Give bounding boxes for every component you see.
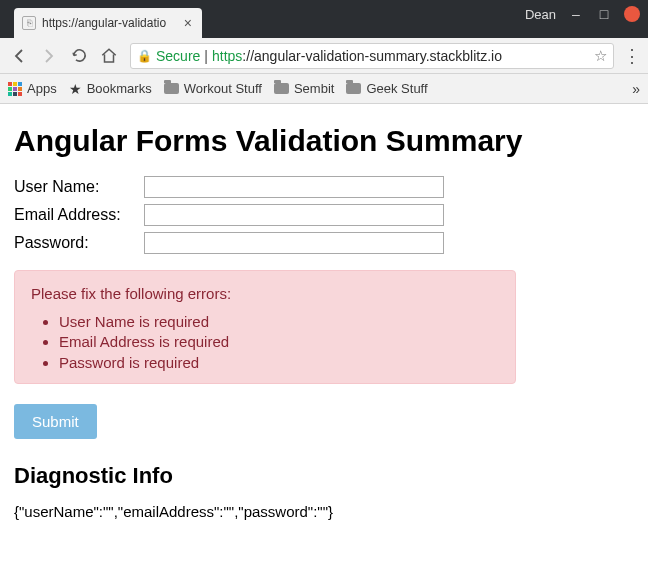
bookmark-star-icon[interactable]: ☆ — [594, 47, 607, 65]
close-tab-icon[interactable]: × — [182, 15, 194, 31]
bookmark-label: Geek Stuff — [366, 81, 427, 96]
bookmark-item-sembit[interactable]: Sembit — [274, 81, 334, 96]
star-icon: ★ — [69, 81, 82, 97]
bookmark-item-geek[interactable]: Geek Stuff — [346, 81, 427, 96]
profile-label: Dean — [525, 7, 556, 22]
minimize-icon[interactable]: – — [568, 6, 584, 22]
email-input[interactable] — [144, 204, 444, 226]
folder-icon — [346, 83, 361, 94]
error-item: User Name is required — [59, 312, 499, 332]
browser-tab[interactable]: ⎘ https://angular-validatio × — [14, 8, 202, 38]
url-separator: | — [204, 48, 208, 64]
bookmarks-bar: Apps ★ Bookmarks Workout Stuff Sembit Ge… — [0, 74, 648, 104]
apps-label: Apps — [27, 81, 57, 96]
submit-button[interactable]: Submit — [14, 404, 97, 439]
address-bar[interactable]: 🔒 Secure | https://angular-validation-su… — [130, 43, 614, 69]
form-row-password: Password: — [14, 232, 634, 254]
password-input[interactable] — [144, 232, 444, 254]
browser-toolbar: 🔒 Secure | https://angular-validation-su… — [0, 38, 648, 74]
bookmark-label: Sembit — [294, 81, 334, 96]
form-row-email: Email Address: — [14, 204, 634, 226]
window-titlebar: ⎘ https://angular-validatio × Dean – □ — [0, 0, 648, 38]
window-controls: Dean – □ — [525, 6, 640, 22]
username-label: User Name: — [14, 178, 144, 196]
bookmark-item-bookmarks[interactable]: ★ Bookmarks — [69, 81, 152, 97]
close-window-icon[interactable] — [624, 6, 640, 22]
error-summary: Please fix the following errors: User Na… — [14, 270, 516, 384]
error-heading: Please fix the following errors: — [31, 285, 499, 302]
back-icon[interactable] — [6, 43, 32, 69]
folder-icon — [274, 83, 289, 94]
bookmark-label: Workout Stuff — [184, 81, 262, 96]
file-icon: ⎘ — [22, 16, 36, 30]
diagnostic-text: {"userName":"","emailAddress":"","passwo… — [14, 503, 634, 520]
bookmarks-overflow-icon[interactable]: » — [632, 81, 640, 97]
url-protocol: https — [212, 48, 242, 64]
password-label: Password: — [14, 234, 144, 252]
tab-title: https://angular-validatio — [42, 16, 182, 30]
bookmark-item-workout[interactable]: Workout Stuff — [164, 81, 262, 96]
home-icon[interactable] — [96, 43, 122, 69]
username-input[interactable] — [144, 176, 444, 198]
page-title: Angular Forms Validation Summary — [14, 124, 634, 158]
lock-icon: 🔒 — [137, 49, 152, 63]
error-list: User Name is required Email Address is r… — [31, 312, 499, 373]
error-item: Email Address is required — [59, 332, 499, 352]
folder-icon — [164, 83, 179, 94]
forward-icon[interactable] — [36, 43, 62, 69]
secure-label: Secure — [156, 48, 200, 64]
page-content: Angular Forms Validation Summary User Na… — [0, 104, 648, 532]
error-item: Password is required — [59, 353, 499, 373]
reload-icon[interactable] — [66, 43, 92, 69]
diagnostic-title: Diagnostic Info — [14, 463, 634, 489]
apps-shortcut[interactable]: Apps — [8, 81, 57, 96]
url-host: ://angular-validation-summary.stackblitz… — [242, 48, 502, 64]
form-row-username: User Name: — [14, 176, 634, 198]
maximize-icon[interactable]: □ — [596, 6, 612, 22]
bookmark-label: Bookmarks — [87, 81, 152, 96]
email-label: Email Address: — [14, 206, 144, 224]
apps-icon — [8, 82, 22, 96]
menu-icon[interactable]: ⋮ — [622, 45, 642, 67]
